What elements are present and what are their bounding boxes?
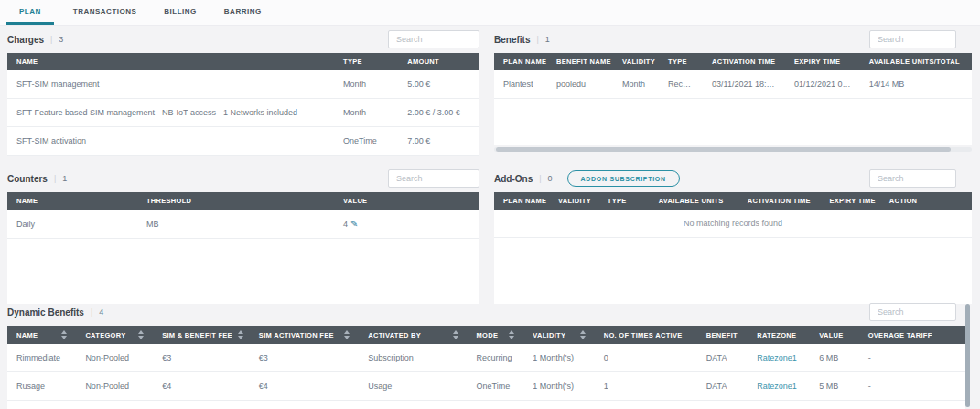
title-separator: | — [536, 35, 538, 44]
column-label: ACTIVATED BY — [368, 331, 421, 339]
db-benefit: DATA — [697, 344, 748, 372]
db-validity: 1 Month('s) — [523, 372, 594, 401]
db-activated-by: Usage — [359, 372, 467, 401]
tab-transactions[interactable]: TRANSACTIONS — [65, 0, 145, 25]
sort-icon[interactable] — [580, 330, 586, 339]
addons-col-action: ACTION — [880, 192, 972, 210]
benefits-col-plan-name: PLAN NAME — [494, 53, 547, 70]
benefit-name: pooledu — [547, 70, 613, 99]
db-sim-benefit-fee: €3 — [153, 344, 250, 372]
benefit-type: Recurring — [659, 70, 703, 99]
db-sim-benefit-fee: €4 — [153, 401, 250, 409]
ratezone-link[interactable]: Ratezone1 — [757, 353, 797, 362]
db-mode: Recurring — [468, 401, 524, 409]
benefits-count: 1 — [545, 35, 550, 44]
db-validity: 1 Month('s) — [523, 344, 594, 372]
dynamic-benefits-header-row: NAME CATEGORY SIM & BENEFIT FEE SIM ACTI… — [7, 326, 965, 344]
sort-icon[interactable] — [453, 330, 458, 339]
benefits-table: PLAN NAME BENEFIT NAME VALIDITY TYPE ACT… — [494, 53, 972, 145]
column-label: SIM ACTIVATION FEE — [259, 331, 334, 339]
sort-icon[interactable] — [344, 330, 350, 339]
db-value: 6 MB — [810, 401, 858, 409]
title-separator: | — [50, 35, 52, 44]
db-name: Rusage — [7, 372, 76, 401]
charges-search-input[interactable] — [388, 30, 479, 48]
edit-pencil-icon[interactable]: ✎ — [350, 219, 358, 229]
tab-barring[interactable]: BARRING — [216, 0, 270, 25]
addons-col-available-units: AVAILABLE UNITS — [650, 192, 738, 210]
benefits-col-expiry-time: EXPIRY TIME — [785, 53, 860, 70]
dynamic-benefits-vertical-scrollbar-thumb[interactable] — [965, 304, 970, 407]
db-overage-tariff: €2 /MB — [859, 401, 965, 409]
addons-title: Add-Ons — [494, 174, 533, 184]
db-col-ratezone: RATEZONE — [748, 326, 810, 344]
db-mode: Recurring — [468, 344, 524, 372]
charge-amount: 7.00 € — [398, 127, 479, 156]
benefit-validity: Month — [613, 70, 659, 99]
db-col-benefit: BENEFIT — [697, 326, 748, 344]
column-label: MODE — [477, 331, 499, 339]
db-ratezone-cell: Ratezone1 — [748, 344, 810, 372]
db-sim-activation-fee: €5 — [250, 401, 359, 409]
dynamic-benefits-count: 4 — [99, 307, 103, 317]
sort-icon[interactable] — [238, 330, 243, 339]
empty-state-row: No matching records found — [494, 210, 972, 238]
tab-bar: PLAN TRANSACTIONS BILLING BARRING — [0, 0, 980, 26]
db-col-times-active: NO. OF TIMES ACTIVE — [595, 326, 697, 344]
sort-icon[interactable] — [61, 330, 67, 339]
addons-col-type: TYPE — [598, 192, 650, 210]
dynamic-benefits-title: Dynamic Benefits — [7, 307, 84, 318]
db-activated-by: Subscription — [359, 344, 467, 372]
benefits-title: Benefits — [494, 35, 530, 45]
no-records-message: No matching records found — [494, 210, 972, 238]
dynamic-benefits-search-input[interactable] — [869, 303, 956, 321]
db-mode: OneTime — [468, 372, 524, 401]
charges-panel: Charges | 3 NAME TYPE AMOUNT SFT-SIM man… — [7, 29, 479, 156]
tab-billing[interactable]: BILLING — [156, 0, 205, 25]
db-name: Rimmediate — [7, 344, 76, 372]
db-col-validity: VALIDITY — [523, 326, 594, 344]
column-label: CATEGORY — [85, 331, 125, 339]
db-category: Non-Pooled — [76, 401, 153, 409]
table-row: Plantest pooledu Month Recurring 03/11/2… — [494, 70, 972, 99]
charges-col-type: TYPE — [334, 53, 398, 70]
title-separator: | — [91, 307, 92, 317]
addons-search-input[interactable] — [869, 169, 956, 188]
benefits-panel: Benefits | 1 PLAN NAME BENEFIT NAME VALI… — [494, 29, 972, 152]
benefit-activation-time: 03/11/2021 18:03:36 — [703, 70, 785, 99]
db-sim-benefit-fee: €4 — [153, 372, 250, 401]
benefits-horizontal-scrollbar-thumb[interactable] — [496, 147, 951, 152]
tab-plan[interactable]: PLAN — [6, 0, 54, 25]
benefits-search-input[interactable] — [869, 30, 956, 48]
benefit-plan-name: Plantest — [494, 70, 547, 99]
counter-threshold: MB — [137, 210, 334, 239]
sort-icon[interactable] — [138, 330, 144, 339]
addons-col-expiry-time: EXPIRY TIME — [820, 192, 879, 210]
counters-search-input[interactable] — [388, 169, 479, 188]
benefits-col-benefit-name: BENEFIT NAME — [547, 53, 613, 70]
db-col-sim-activation-fee: SIM ACTIVATION FEE — [250, 326, 359, 344]
db-col-overage-tariff: OVERAGE TARIFF — [859, 326, 965, 344]
table-row: MDBimmediate Non-Pooled €4 €5 Subscripti… — [7, 401, 965, 409]
column-label: NAME — [16, 331, 38, 339]
counter-name: Daily — [7, 210, 137, 239]
benefit-available: 14/14 MB — [860, 70, 972, 99]
table-row: Daily MB 4✎ — [7, 210, 479, 239]
charge-type: Month — [334, 70, 398, 99]
addons-table: PLAN NAME VALIDITY TYPE AVAILABLE UNITS … — [494, 192, 972, 304]
db-category: Non-Pooled — [76, 344, 153, 372]
table-row: SFT-SIM management Month 5.00 € — [7, 70, 479, 99]
counters-panel: Counters | 1 NAME THRESHOLD VALUE Daily … — [7, 168, 479, 304]
table-row: Rusage Non-Pooled €4 €4 Usage OneTime 1 … — [7, 372, 965, 401]
db-category: Non-Pooled — [76, 372, 153, 401]
db-value: 6 MB — [810, 344, 858, 372]
sort-icon[interactable] — [509, 330, 514, 339]
benefits-horizontal-scrollbar-track[interactable] — [494, 147, 972, 152]
db-overage-tariff: - — [859, 344, 965, 372]
ratezone-link[interactable]: Ratezone1 — [757, 382, 797, 391]
charges-header-row: NAME TYPE AMOUNT — [7, 53, 479, 70]
db-value: 5 MB — [810, 372, 858, 401]
benefits-col-available: AVAILABLE UNITS/TOTAL — [860, 53, 972, 70]
db-sim-activation-fee: €3 — [250, 344, 359, 372]
addon-subscription-button[interactable]: ADDON SUBSCRIPTION — [567, 170, 680, 187]
